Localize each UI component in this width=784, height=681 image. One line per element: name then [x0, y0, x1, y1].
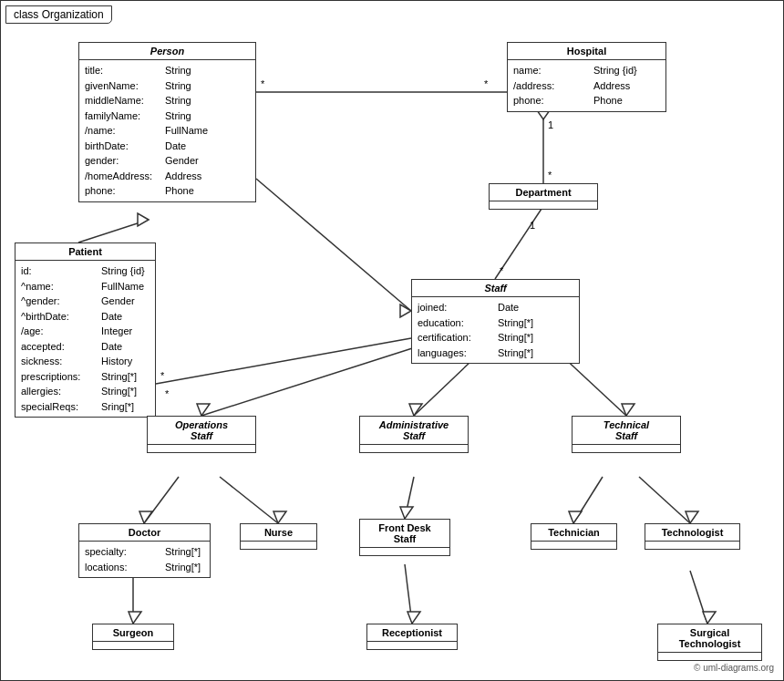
class-receptionist: Receptionist [366, 624, 458, 650]
svg-text:*: * [484, 78, 489, 89]
patient-attrs: id:String {id} ^name:FullName ^gender:Ge… [15, 261, 155, 417]
receptionist-attrs [367, 642, 457, 649]
class-hospital: Hospital name:String {id} /address:Addre… [507, 42, 666, 112]
class-admin-staff: Administrative Staff [359, 416, 469, 453]
svg-text:*: * [548, 170, 552, 181]
doctor-attrs: specialty:String[*] locations:String[*] [79, 542, 210, 577]
svg-marker-36 [407, 612, 420, 624]
svg-text:1: 1 [548, 119, 553, 130]
class-patient: Patient id:String {id} ^name:FullName ^g… [15, 242, 156, 418]
person-header: Person [79, 43, 255, 60]
svg-line-23 [144, 477, 179, 523]
technical-staff-header: Technical Staff [573, 417, 680, 445]
class-technologist: Technologist [645, 523, 740, 550]
svg-line-25 [220, 477, 278, 523]
operations-staff-attrs [148, 445, 255, 452]
svg-line-10 [78, 220, 149, 242]
patient-header: Patient [15, 243, 155, 261]
nurse-header: Nurse [241, 524, 316, 542]
svg-line-35 [405, 564, 412, 624]
svg-line-27 [405, 477, 414, 519]
svg-line-29 [573, 477, 603, 523]
svg-text:*: * [160, 370, 165, 381]
admin-staff-attrs [360, 445, 468, 452]
class-technician: Technician [531, 523, 617, 550]
svg-text:*: * [500, 265, 504, 276]
svg-line-17 [201, 343, 429, 416]
technician-header: Technician [531, 524, 616, 542]
svg-marker-24 [139, 511, 152, 523]
svg-marker-22 [622, 404, 634, 416]
class-doctor: Doctor specialty:String[*] locations:Str… [78, 523, 211, 578]
front-desk-attrs [360, 548, 449, 555]
admin-staff-header: Administrative Staff [360, 417, 468, 445]
hospital-header: Hospital [508, 43, 665, 60]
hospital-attrs: name:String {id} /address:Address phone:… [508, 60, 665, 111]
surgical-tech-attrs [658, 653, 761, 660]
operations-staff-header: Operations Staff [148, 417, 255, 445]
svg-marker-18 [197, 404, 210, 416]
class-nurse: Nurse [240, 523, 317, 550]
svg-marker-38 [703, 612, 716, 624]
person-attrs: title:String givenName:String middleName… [79, 60, 255, 201]
svg-marker-34 [129, 612, 141, 624]
svg-marker-26 [273, 511, 286, 523]
class-surgeon: Surgeon [92, 624, 174, 650]
staff-attrs: joined:Date education:String[*] certific… [412, 297, 579, 363]
class-staff: Staff joined:Date education:String[*] ce… [411, 279, 580, 364]
doctor-header: Doctor [79, 524, 210, 542]
class-surgical-technologist: Surgical Technologist [657, 624, 762, 661]
front-desk-header: Front Desk Staff [360, 520, 449, 548]
svg-marker-32 [686, 511, 698, 523]
receptionist-header: Receptionist [367, 624, 457, 642]
copyright: © uml-diagrams.org [694, 663, 774, 673]
svg-marker-11 [138, 213, 149, 226]
surgical-technologist-header: Surgical Technologist [658, 624, 761, 653]
svg-line-12 [256, 179, 411, 311]
class-technical-staff: Technical Staff [572, 416, 681, 453]
technical-staff-attrs [573, 445, 680, 452]
staff-header: Staff [412, 280, 579, 297]
department-attrs [490, 201, 597, 209]
uml-diagram: * * 1 * 1 * * * [0, 0, 784, 681]
svg-marker-28 [400, 507, 413, 519]
technologist-attrs [645, 542, 739, 549]
surgeon-header: Surgeon [93, 624, 173, 642]
svg-text:1: 1 [530, 220, 535, 231]
svg-marker-20 [409, 404, 422, 416]
svg-text:*: * [261, 78, 265, 89]
class-front-desk: Front Desk Staff [359, 519, 450, 556]
class-department: Department [489, 183, 598, 210]
svg-line-7 [495, 206, 543, 279]
svg-line-14 [156, 338, 411, 384]
svg-text:*: * [165, 388, 170, 399]
nurse-attrs [241, 542, 316, 549]
department-header: Department [490, 184, 597, 201]
class-person: Person title:String givenName:String mid… [78, 42, 256, 202]
svg-line-37 [690, 571, 707, 624]
svg-marker-30 [569, 511, 582, 523]
surgeon-attrs [93, 642, 173, 649]
svg-line-31 [639, 477, 690, 523]
technologist-header: Technologist [645, 524, 739, 542]
svg-marker-13 [400, 304, 411, 317]
technician-attrs [531, 542, 616, 549]
diagram-title: class Organization [5, 5, 112, 24]
class-operations-staff: Operations Staff [147, 416, 256, 453]
